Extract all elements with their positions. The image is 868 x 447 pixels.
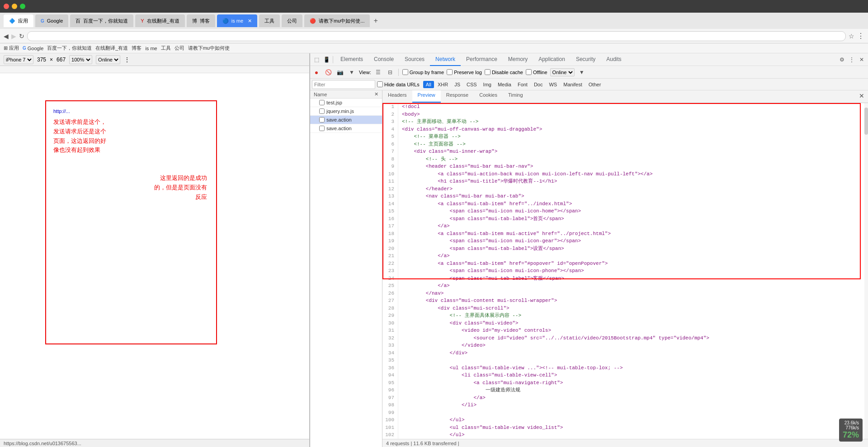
bookmark-baidu[interactable]: 百度一下，你就知道 [47, 45, 92, 52]
group-by-frame-checkbox[interactable] [402, 69, 408, 75]
network-item-jquery[interactable]: jquery.min.js [310, 107, 382, 116]
preserve-log-label[interactable]: Preserve log [447, 69, 482, 75]
tab-blog[interactable]: 博 博客 [187, 14, 215, 27]
tab-sources[interactable]: Sources [399, 53, 430, 66]
close-preview-icon[interactable]: ✕ [374, 91, 378, 97]
preview-close-button[interactable]: ✕ [855, 90, 868, 103]
line-content: <!-- 菜单容器 --> [402, 133, 461, 141]
tab-memory[interactable]: Memory [503, 53, 533, 66]
hide-data-urls-checkbox[interactable] [377, 81, 383, 87]
line-content: </video> [402, 342, 486, 349]
tab-baidu[interactable]: 百 百度一下，你就知道 [70, 14, 133, 27]
bookmark-apps[interactable]: ⊞ 应用 [4, 45, 19, 52]
bookmark-label: 公司 [175, 45, 184, 52]
scrollbar-thumb[interactable] [864, 108, 868, 135]
line-content: 一级建造师法规 [402, 386, 520, 394]
vertical-scrollbar[interactable] [864, 103, 868, 439]
forward-button[interactable]: ▶ [11, 33, 16, 40]
item-checkbox[interactable] [319, 108, 325, 114]
tab-audits[interactable]: Audits [601, 53, 627, 66]
item-checkbox[interactable] [319, 117, 325, 122]
preview-tab-headers[interactable]: Headers [382, 90, 412, 103]
record-button[interactable]: ● [312, 68, 321, 77]
preview-tab-preview[interactable]: Preview [412, 90, 441, 103]
filter-all[interactable]: All [423, 81, 434, 88]
more-tools-icon[interactable]: ⋮ [847, 55, 856, 64]
network-selector[interactable]: Online [96, 55, 120, 64]
item-checkbox[interactable] [319, 126, 325, 131]
refresh-button[interactable]: ↻ [19, 33, 24, 40]
filter-doc[interactable]: Doc [531, 81, 546, 88]
tab-elements[interactable]: Elements [335, 53, 368, 66]
preview-tab-cookies[interactable]: Cookies [474, 90, 503, 103]
preview-tab-response[interactable]: Response [441, 90, 474, 103]
tab-question[interactable]: 🔴 请教下mu中如何使... [304, 14, 370, 27]
clear-button[interactable]: 🚫 [324, 68, 333, 77]
view-large-icon[interactable]: ⊟ [386, 68, 395, 77]
bookmark-button[interactable]: ☆ [849, 33, 854, 40]
settings-icon[interactable]: ⚙ [837, 55, 846, 64]
bookmark-google[interactable]: G Google [23, 46, 43, 51]
filter-img[interactable]: Img [481, 81, 494, 88]
new-tab-button[interactable]: + [373, 17, 377, 25]
filter-ws[interactable]: WS [546, 81, 560, 88]
filter-js[interactable]: JS [452, 81, 463, 88]
browser-control-minimize[interactable] [12, 4, 17, 9]
filter-input[interactable] [312, 80, 375, 89]
view-list-icon[interactable]: ☰ [374, 68, 383, 77]
tab-network[interactable]: Network [430, 53, 461, 66]
throttle-selector[interactable]: Online [550, 68, 575, 76]
filter-css[interactable]: CSS [464, 81, 480, 88]
preview-tab-timing[interactable]: Timing [503, 90, 528, 103]
browser-control-maximize[interactable] [20, 4, 25, 9]
inspect-element-icon[interactable]: ⬚ [312, 55, 321, 64]
offline-checkbox[interactable] [526, 69, 532, 75]
tab-tools[interactable]: 工具 [259, 14, 280, 27]
device-toggle-icon[interactable]: 📱 [322, 55, 331, 64]
network-item-save2[interactable]: save.action [310, 124, 382, 133]
tab-google[interactable]: G Google [35, 14, 68, 27]
bookmark-company[interactable]: 公司 [175, 45, 184, 52]
filter-other[interactable]: Other [586, 81, 604, 88]
tab-performance[interactable]: Performance [461, 53, 503, 66]
tab-close[interactable]: ✕ [248, 18, 252, 24]
tab-application[interactable]: Application [533, 53, 571, 66]
tab-app[interactable]: 🔷 应用 [4, 14, 33, 27]
group-by-frame-label[interactable]: Group by frame [402, 69, 444, 75]
camera-button[interactable]: 📷 [335, 68, 344, 77]
more-options-icon[interactable]: ⋮ [124, 56, 130, 63]
disable-cache-label[interactable]: Disable cache [485, 69, 523, 75]
tab-company[interactable]: 公司 [282, 14, 302, 27]
device-selector[interactable]: iPhone 7 [4, 55, 33, 64]
offline-label[interactable]: Offline [526, 69, 547, 75]
filter-manifest[interactable]: Manifest [561, 81, 585, 88]
zoom-selector[interactable]: 100% [69, 55, 92, 64]
hide-data-urls-label[interactable]: Hide data URLs [377, 81, 420, 87]
tab-security[interactable]: Security [571, 53, 601, 66]
filter-xhr[interactable]: XHR [435, 81, 451, 88]
bookmark-tools[interactable]: 工具 [161, 45, 171, 52]
tab-console[interactable]: Console [368, 53, 399, 66]
network-item-save1[interactable]: save.action [310, 116, 382, 124]
network-split: Name ✕ test.jsp jquery.min.js save.actio… [310, 90, 868, 447]
bookmark-isme[interactable]: is me [145, 46, 157, 51]
bookmark-youdao[interactable]: 在线翻译_有道 [95, 45, 128, 52]
menu-button[interactable]: ⋮ [857, 32, 864, 40]
tab-isme[interactable]: 🔵 is me ✕ [217, 14, 257, 27]
bookmark-blog[interactable]: 博客 [132, 45, 142, 52]
item-checkbox[interactable] [319, 100, 325, 105]
back-button[interactable]: ◀ [4, 33, 9, 40]
more-network-icon[interactable]: ▼ [577, 68, 586, 77]
preserve-log-checkbox[interactable] [447, 69, 453, 75]
filter-font[interactable]: Font [515, 81, 530, 88]
disable-cache-checkbox[interactable] [485, 69, 491, 75]
network-item-testjsp[interactable]: test.jsp [310, 99, 382, 107]
bookmark-question[interactable]: 请教下mu中如何使 [188, 45, 230, 52]
filter-media[interactable]: Media [495, 81, 514, 88]
filter-button[interactable]: ▼ [347, 68, 356, 77]
view-label: View: [359, 70, 371, 75]
tab-youdao[interactable]: Y 在线翻译_有道 [135, 14, 184, 27]
close-devtools-icon[interactable]: ✕ [857, 55, 866, 64]
browser-control-close[interactable] [4, 4, 9, 9]
address-input[interactable] [27, 31, 846, 41]
